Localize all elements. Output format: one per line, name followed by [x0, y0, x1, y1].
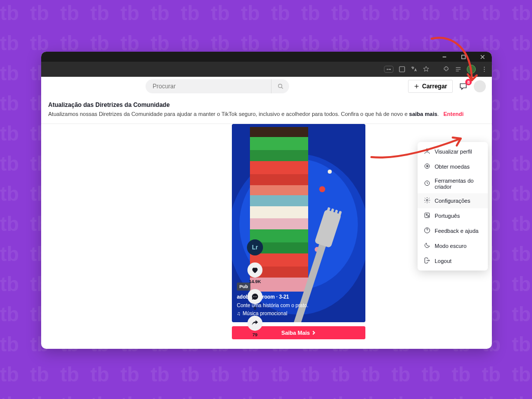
svg-point-37	[256, 297, 256, 297]
inbox-button[interactable]: 8	[458, 81, 469, 92]
profile-avatar[interactable]	[474, 80, 486, 92]
svg-point-6	[484, 71, 485, 72]
upload-label: Carregar	[422, 83, 447, 90]
gear-icon	[424, 197, 431, 205]
menu-item-label: Logout	[435, 258, 452, 264]
user-icon	[424, 148, 431, 156]
search-button[interactable]	[271, 79, 289, 93]
share-icon	[251, 319, 259, 327]
browser-toolbar: ⊶	[41, 62, 492, 77]
svg-rect-14	[250, 161, 308, 174]
search-icon	[277, 83, 284, 90]
banner-body: Atualizamos nossas Diretrizes da Comunid…	[48, 111, 409, 117]
extensions-icon[interactable]	[443, 66, 450, 73]
menu-item-lang[interactable]: Português	[418, 208, 488, 223]
tools-icon	[424, 180, 431, 188]
svg-point-35	[253, 297, 254, 297]
svg-rect-13	[250, 150, 308, 161]
svg-rect-16	[250, 185, 308, 195]
menu-item-label: Obter moedas	[435, 164, 470, 170]
cta-label: Saiba Mais	[282, 330, 310, 336]
coin-icon	[424, 163, 431, 171]
menu-item-label: Ferramentas do criador	[435, 178, 482, 190]
action-rail: Lr 14.9K 0 79	[246, 239, 264, 342]
translate2-icon[interactable]	[411, 66, 418, 73]
browser-menu-icon[interactable]	[481, 66, 488, 73]
menu-item-logout[interactable]: Logout	[418, 253, 488, 269]
comment-button[interactable]	[247, 289, 262, 304]
menu-item-gear[interactable]: Configurações	[418, 193, 488, 208]
translate-icon[interactable]	[398, 66, 406, 73]
inbox-badge: 8	[465, 79, 472, 85]
plus-icon	[414, 83, 420, 89]
comment-count: 0	[253, 306, 256, 311]
share-button[interactable]	[247, 316, 262, 331]
svg-point-38	[426, 149, 429, 152]
menu-item-label: Modo escuro	[435, 243, 467, 249]
video-date: 3-21	[279, 294, 289, 300]
search-bar	[146, 79, 289, 93]
svg-rect-18	[250, 206, 308, 218]
window-maximize-button[interactable]	[457, 52, 470, 62]
lang-icon	[424, 212, 431, 220]
menu-item-help[interactable]: Feedback e ajuda	[418, 223, 488, 238]
moon-icon	[424, 242, 431, 250]
svg-point-41	[426, 200, 428, 202]
svg-rect-17	[250, 195, 308, 206]
site-header: Carregar 8	[41, 77, 492, 96]
community-guidelines-banner: Atualização das Diretrizes da Comunidade…	[41, 96, 492, 124]
menu-item-coin[interactable]: Obter moedas	[418, 159, 488, 174]
svg-point-36	[254, 297, 255, 297]
banner-dismiss-button[interactable]: Entendi	[443, 111, 463, 117]
like-button[interactable]	[247, 262, 262, 278]
banner-title: Atualização das Diretrizes da Comunidade	[48, 101, 485, 109]
music-note-icon: ♫	[237, 310, 241, 317]
svg-rect-12	[250, 137, 308, 150]
window-minimize-button[interactable]	[438, 52, 451, 62]
key-icon[interactable]: ⊶	[384, 66, 393, 73]
svg-rect-19	[250, 218, 308, 229]
svg-rect-3	[400, 67, 405, 72]
comment-icon	[251, 293, 259, 301]
menu-item-label: Português	[435, 213, 460, 219]
window-close-button[interactable]	[476, 52, 489, 62]
svg-point-28	[328, 170, 332, 174]
like-count: 14.9K	[249, 279, 261, 284]
svg-rect-15	[250, 174, 308, 185]
svg-point-7	[278, 84, 282, 88]
profile-avatar-browser[interactable]	[467, 65, 476, 74]
menu-item-tools[interactable]: Ferramentas do criador	[418, 174, 488, 193]
feed-content: Pub adobelightroom · 3-21 Conte uma hist…	[41, 124, 492, 349]
menu-item-moon[interactable]: Modo escuro	[418, 238, 488, 253]
search-input[interactable]	[146, 83, 271, 90]
browser-window: ⊶ Carregar 8 Atualização das Diretrizes	[41, 52, 492, 349]
logout-icon	[424, 257, 431, 265]
menu-item-label: Configurações	[435, 198, 470, 204]
bookmark-star-icon[interactable]	[423, 66, 430, 73]
svg-rect-2	[461, 55, 465, 58]
help-icon	[424, 227, 431, 235]
chevron-right-icon	[312, 331, 316, 335]
menu-item-user[interactable]: Visualizar perfil	[418, 144, 488, 159]
banner-body-suffix: .	[437, 111, 439, 117]
author-avatar[interactable]: Lr	[247, 239, 263, 255]
profile-dropdown: Visualizar perfilObter moedasFerramentas…	[418, 142, 488, 271]
svg-point-4	[484, 67, 485, 68]
svg-rect-11	[250, 127, 308, 137]
menu-item-label: Visualizar perfil	[435, 149, 472, 155]
upload-button[interactable]: Carregar	[408, 80, 453, 93]
reading-list-icon[interactable]	[455, 66, 462, 73]
share-count: 79	[252, 332, 257, 337]
banner-learn-more[interactable]: saiba mais	[409, 111, 437, 117]
menu-item-label: Feedback e ajuda	[435, 228, 478, 234]
svg-point-25	[319, 186, 325, 192]
svg-point-5	[484, 69, 485, 70]
heart-icon	[251, 266, 259, 274]
window-titlebar	[41, 52, 492, 62]
